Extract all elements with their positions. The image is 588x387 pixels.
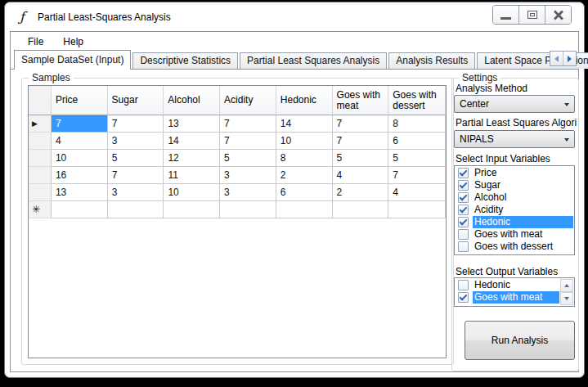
run-analysis-button[interactable]: Run Analysis (465, 321, 575, 360)
column-header-price[interactable]: Price (52, 86, 108, 115)
row-header[interactable] (29, 167, 52, 184)
grid-cell[interactable]: 13 (52, 184, 108, 201)
grid-cell[interactable]: 10 (164, 184, 220, 201)
checklist-item-sugar[interactable]: Sugar (456, 179, 573, 191)
grid-cell[interactable]: 4 (388, 184, 446, 201)
row-header[interactable]: ✳ (29, 201, 52, 218)
grid-cell[interactable]: 13 (164, 115, 220, 133)
grid-cell[interactable]: 8 (276, 150, 333, 167)
grid-cell[interactable]: 4 (52, 133, 108, 150)
row-header[interactable]: ▶ (29, 115, 52, 133)
grid-cell[interactable]: 14 (276, 115, 333, 133)
grid-cell[interactable]: 4 (333, 167, 389, 184)
grid-cell[interactable]: 12 (164, 150, 220, 167)
column-header-goes-with-dessert[interactable]: Goes with dessert (388, 86, 446, 115)
grid-cell[interactable]: 2 (333, 184, 389, 201)
grid-cell[interactable]: 10 (276, 133, 333, 150)
row-header[interactable] (29, 133, 52, 150)
column-header-goes-with-meat[interactable]: Goes with meat (333, 86, 389, 115)
checkbox-icon[interactable] (458, 241, 469, 252)
analysis-method-dropdown[interactable]: Center (454, 95, 575, 113)
grid-cell[interactable] (333, 201, 389, 218)
grid-cell[interactable]: 7 (108, 115, 164, 133)
checklist-item-price[interactable]: Price (456, 167, 573, 179)
tab-sample-dataset-input[interactable]: Sample DataSet (Input) (14, 50, 131, 70)
grid-cell[interactable]: 5 (108, 150, 164, 167)
checkbox-icon[interactable] (458, 180, 469, 191)
grid-cell[interactable]: 14 (164, 133, 220, 150)
tab-analysis-results[interactable]: Analysis Results (388, 52, 475, 69)
row-header[interactable] (29, 184, 52, 201)
column-header-acidity[interactable]: Acidity (220, 86, 276, 115)
checkbox-icon[interactable] (458, 168, 469, 178)
tab-scroll-left-button[interactable] (550, 52, 563, 65)
grid-cell[interactable]: 5 (388, 150, 446, 167)
grid-cell[interactable]: 6 (276, 184, 333, 201)
checkbox-icon[interactable] (458, 217, 469, 227)
checklist-item-hedonic[interactable]: Hedonic (456, 216, 573, 228)
grid-cell[interactable]: 5 (333, 150, 389, 167)
grid-cell[interactable]: 3 (108, 184, 164, 201)
grid-cell[interactable]: 7 (108, 167, 164, 184)
samples-data-grid: PriceSugarAlcoholAcidityHedonicGoes with… (28, 85, 447, 358)
grid-cell[interactable]: 2 (276, 167, 333, 184)
checkbox-icon[interactable] (458, 229, 469, 240)
checkbox-icon[interactable] (458, 280, 469, 290)
grid-cell[interactable]: 3 (220, 184, 276, 201)
row-header[interactable] (29, 150, 52, 167)
tab-descriptive-statistics[interactable]: Descriptive Statistics (132, 52, 238, 69)
maximize-button[interactable] (519, 6, 545, 24)
tab-scroll-right-button[interactable] (563, 52, 576, 65)
grid-cell[interactable]: 7 (333, 133, 389, 150)
grid-body: ▶771371478431471076105125855167113247133… (29, 115, 446, 218)
grid-cell[interactable]: 11 (164, 167, 220, 184)
checkbox-icon[interactable] (458, 205, 469, 215)
window-controls (492, 5, 572, 25)
output-variables-list[interactable]: HedonicGoes with meat (454, 277, 575, 307)
title-bar[interactable]: ƒ Partial Least-Squares Analysis (5, 2, 584, 31)
minimize-icon (500, 17, 511, 20)
grid-cell[interactable]: 7 (220, 133, 276, 150)
checklist-item-goes-with-meat[interactable]: Goes with meat (456, 291, 559, 304)
grid-cell[interactable]: 6 (388, 133, 446, 150)
grid-cell[interactable]: 8 (388, 115, 446, 133)
tab-partial-least-squares-analysis[interactable]: Partial Least Squares Analysis (240, 52, 387, 69)
checklist-item-goes-with-dessert[interactable]: Goes with dessert (456, 241, 573, 253)
analysis-method-value: Center (460, 98, 489, 110)
grid-cell[interactable]: 5 (220, 150, 276, 167)
input-variables-list[interactable]: PriceSugarAlcoholAcidityHedonicGoes with… (454, 165, 575, 255)
grid-cell[interactable]: 16 (52, 167, 108, 184)
checklist-item-goes-with-meat[interactable]: Goes with meat (456, 228, 573, 241)
grid-cell[interactable] (388, 201, 446, 218)
checkbox-icon[interactable] (458, 292, 469, 303)
column-header-sugar[interactable]: Sugar (108, 86, 164, 115)
menu-item-file[interactable]: File (24, 34, 47, 49)
close-button[interactable] (545, 6, 571, 24)
grid-cell[interactable] (164, 201, 220, 218)
grid-cell[interactable]: 7 (220, 115, 276, 133)
column-header-alcohol[interactable]: Alcohol (164, 86, 220, 115)
output-list-scrollbar[interactable] (560, 279, 573, 305)
grid-cell[interactable]: 7 (333, 115, 389, 133)
checklist-item-hedonic[interactable]: Hedonic (456, 279, 559, 291)
checklist-item-acidity[interactable]: Acidity (456, 204, 573, 216)
menu-item-help[interactable]: Help (59, 34, 88, 49)
output-variables-items: HedonicGoes with meat (456, 279, 559, 304)
grid-cell[interactable] (52, 201, 108, 218)
checkbox-icon[interactable] (458, 192, 469, 203)
grid-cell[interactable] (276, 201, 333, 218)
desktop-background: { "window": { "icon": "ƒ", "title": "Par… (0, 0, 588, 387)
minimize-button[interactable] (493, 6, 519, 24)
grid-cell[interactable]: 10 (52, 150, 108, 167)
grid-cell[interactable]: 7 (52, 115, 108, 133)
grid-cell[interactable] (220, 201, 276, 218)
pls-algorithm-dropdown[interactable]: NIPALS (454, 130, 575, 148)
scroll-down-button[interactable] (560, 292, 573, 305)
scroll-up-button[interactable] (560, 279, 573, 292)
checklist-item-alcohol[interactable]: Alcohol (456, 191, 573, 204)
column-header-hedonic[interactable]: Hedonic (276, 86, 333, 115)
grid-cell[interactable]: 3 (108, 133, 164, 150)
grid-cell[interactable] (108, 201, 164, 218)
grid-cell[interactable]: 3 (220, 167, 276, 184)
grid-cell[interactable]: 7 (388, 167, 446, 184)
